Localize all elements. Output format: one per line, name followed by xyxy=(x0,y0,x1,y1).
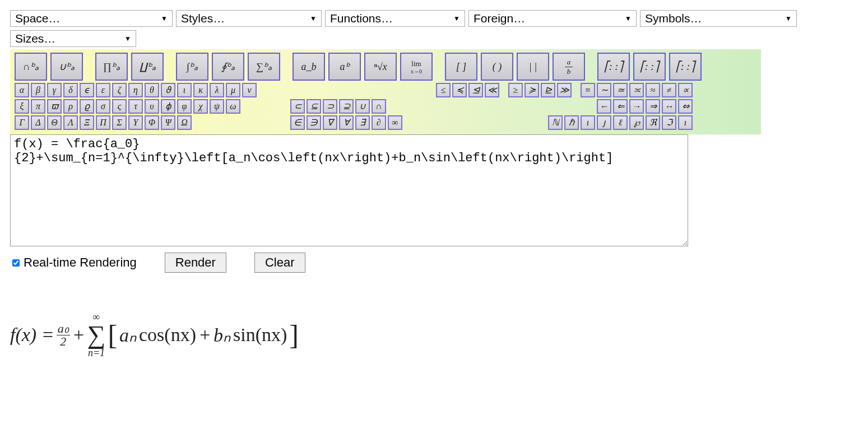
rel-ge-button-2[interactable]: ⊵ xyxy=(541,83,555,97)
arrow-button-0[interactable]: ← xyxy=(597,99,611,114)
render-button[interactable]: Render xyxy=(165,253,226,273)
greek-lc-button-4[interactable]: ϱ xyxy=(80,99,94,114)
elem-button-6[interactable]: ∞ xyxy=(388,115,402,130)
sum-button[interactable]: ∑ᵇₐ xyxy=(248,53,280,81)
greek-uc-button-5[interactable]: Π xyxy=(96,115,110,130)
greek-lc-button-7[interactable]: τ xyxy=(128,99,143,114)
greek-uc-button-3[interactable]: Λ xyxy=(63,115,78,130)
greek-lc-button-5[interactable]: σ xyxy=(96,99,110,114)
greek-uc-button-6[interactable]: Σ xyxy=(112,115,127,130)
cap-button[interactable]: ∩ᵇₐ xyxy=(15,53,47,81)
sizes-dropdown[interactable]: Sizes… ▼ xyxy=(10,30,136,47)
greek-uc-button-10[interactable]: Ω xyxy=(177,115,192,130)
rel-eq-button-6[interactable]: ∝ xyxy=(678,83,693,97)
greek-lc-button-1[interactable]: π xyxy=(31,99,45,114)
bars-button[interactable]: | | xyxy=(517,53,549,81)
superscript-button[interactable]: aᵇ xyxy=(328,53,361,81)
rel-ge-button-0[interactable]: ≥ xyxy=(508,83,523,97)
matrix3-button[interactable]: ⎡: :⎤ xyxy=(669,53,702,81)
set-button-2[interactable]: ⊃ xyxy=(323,99,337,114)
rel-eq-button-2[interactable]: ≃ xyxy=(613,83,628,97)
functions-dropdown[interactable]: Functions… ▼ xyxy=(325,10,465,27)
lim-button[interactable]: limx→0 xyxy=(400,53,433,81)
greek-lc-button-10[interactable]: φ xyxy=(177,99,192,114)
rel-eq-button-3[interactable]: ≍ xyxy=(629,83,644,97)
prod-button[interactable]: ∏ᵇₐ xyxy=(95,53,128,81)
greek-lc-button-13[interactable]: ω xyxy=(226,99,240,114)
rel-eq-button-5[interactable]: ≠ xyxy=(662,83,676,97)
greek-lc-button-3[interactable]: δ xyxy=(63,83,78,97)
greek-lc-button-12[interactable]: λ xyxy=(210,83,224,97)
set-button-3[interactable]: ⊇ xyxy=(339,99,354,114)
greek-lc-button-5[interactable]: ε xyxy=(96,83,110,97)
arrow-button-5[interactable]: ⇔ xyxy=(678,99,693,114)
elem-button-1[interactable]: ∋ xyxy=(307,115,321,130)
greek-uc-button-8[interactable]: Φ xyxy=(145,115,159,130)
elem-button-3[interactable]: ∀ xyxy=(339,115,354,130)
greek-lc-button-3[interactable]: ρ xyxy=(63,99,78,114)
parens-button[interactable]: ( ) xyxy=(481,53,513,81)
greek-lc-button-9[interactable]: ϑ xyxy=(161,83,175,97)
special-button-4[interactable]: ℓ xyxy=(613,115,628,130)
greek-uc-button-1[interactable]: Δ xyxy=(31,115,45,130)
rel-le-button-0[interactable]: ≤ xyxy=(436,83,451,97)
special-button-2[interactable]: ı xyxy=(581,115,595,130)
latex-input[interactable] xyxy=(10,134,688,246)
set-button-0[interactable]: ⊂ xyxy=(290,99,305,114)
int-button[interactable]: ∫ᵇₐ xyxy=(176,53,208,81)
greek-lc-button-13[interactable]: μ xyxy=(226,83,240,97)
arrow-button-1[interactable]: ⇐ xyxy=(613,99,628,114)
greek-lc-button-7[interactable]: η xyxy=(128,83,143,97)
subscript-button[interactable]: a_b xyxy=(293,53,325,81)
special-button-8[interactable]: ı xyxy=(678,115,693,130)
greek-uc-button-2[interactable]: Θ xyxy=(47,115,62,130)
symbols-dropdown[interactable]: Symbols… ▼ xyxy=(640,10,797,27)
root-button[interactable]: ⁿ√x xyxy=(364,53,397,81)
coprod-button[interactable]: ∐ᵇₐ xyxy=(131,53,164,81)
set-button-1[interactable]: ⊆ xyxy=(307,99,321,114)
special-button-7[interactable]: ℑ xyxy=(662,115,676,130)
matrix1-button[interactable]: ⎡: :⎤ xyxy=(597,53,630,81)
greek-lc-button-11[interactable]: κ xyxy=(193,83,208,97)
greek-uc-button-0[interactable]: Γ xyxy=(15,115,29,130)
greek-uc-button-7[interactable]: Υ xyxy=(128,115,143,130)
rel-le-button-1[interactable]: ≼ xyxy=(452,83,467,97)
rel-eq-button-4[interactable]: ≈ xyxy=(646,83,660,97)
arrow-button-3[interactable]: ⇒ xyxy=(646,99,660,114)
greek-lc-button-2[interactable]: ϖ xyxy=(47,99,62,114)
matrix2-button[interactable]: ⎡: :⎤ xyxy=(633,53,666,81)
set-button-4[interactable]: ∪ xyxy=(355,99,370,114)
oint-button[interactable]: ∮ᵇₐ xyxy=(212,53,244,81)
greek-lc-button-6[interactable]: ς xyxy=(112,99,127,114)
special-button-1[interactable]: ℏ xyxy=(564,115,579,130)
elem-button-5[interactable]: ∂ xyxy=(372,115,386,130)
greek-lc-button-4[interactable]: ϵ xyxy=(80,83,94,97)
greek-lc-button-6[interactable]: ζ xyxy=(112,83,127,97)
elem-button-0[interactable]: ∈ xyxy=(290,115,305,130)
realtime-label-wrap[interactable]: Real-time Rendering xyxy=(10,255,137,270)
arrow-button-2[interactable]: → xyxy=(629,99,644,114)
greek-lc-button-14[interactable]: ν xyxy=(242,83,257,97)
styles-dropdown[interactable]: Styles… ▼ xyxy=(176,10,322,27)
greek-uc-button-4[interactable]: Ξ xyxy=(80,115,94,130)
greek-lc-button-8[interactable]: θ xyxy=(145,83,159,97)
cup-button[interactable]: ∪ᵇₐ xyxy=(50,53,83,81)
greek-lc-button-1[interactable]: β xyxy=(31,83,45,97)
elem-button-4[interactable]: ∃ xyxy=(355,115,370,130)
rel-ge-button-3[interactable]: ≫ xyxy=(557,83,572,97)
rel-eq-button-1[interactable]: ∼ xyxy=(597,83,611,97)
greek-lc-button-11[interactable]: χ xyxy=(193,99,208,114)
greek-lc-button-8[interactable]: υ xyxy=(145,99,159,114)
frac-button[interactable]: ab xyxy=(553,53,585,81)
greek-uc-button-9[interactable]: Ψ xyxy=(161,115,175,130)
rel-le-button-3[interactable]: ≪ xyxy=(485,83,499,97)
realtime-checkbox[interactable] xyxy=(12,259,20,267)
arrow-button-4[interactable]: ↔ xyxy=(662,99,676,114)
elem-button-2[interactable]: ∇ xyxy=(323,115,337,130)
clear-button[interactable]: Clear xyxy=(254,253,305,273)
greek-lc-button-2[interactable]: γ xyxy=(47,83,62,97)
rel-le-button-2[interactable]: ⊴ xyxy=(468,83,483,97)
brackets-button[interactable]: [ ] xyxy=(445,53,477,81)
special-button-6[interactable]: ℜ xyxy=(646,115,660,130)
greek-lc-button-12[interactable]: ψ xyxy=(210,99,224,114)
